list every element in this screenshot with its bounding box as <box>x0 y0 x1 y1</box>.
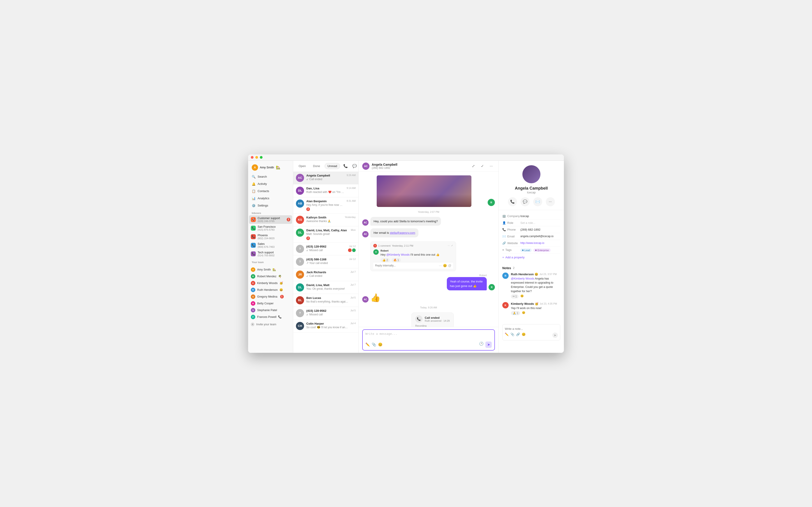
reply-emoji-icon[interactable]: 😊 <box>443 264 447 267</box>
conv-preview-phone-3: ↙ Missed call <box>306 313 348 316</box>
conv-item-phone-1[interactable]: ? (415) 128-9562 ↙ Missed call Jul 12 <box>293 242 359 256</box>
call-card: 📞 Call ended Ruth answered · 14:29 Recor… <box>412 313 454 327</box>
team-item-ruth-henderson[interactable]: R Ruth Henderson 😀 <box>248 286 293 293</box>
tab-open[interactable]: Open <box>296 163 309 169</box>
conv-body-david-lisa-matt: David, Lisa, Matt You: Ok great, thanks … <box>306 283 348 290</box>
note-send-button[interactable]: ➤ <box>552 333 558 338</box>
inbox-phoenix[interactable]: 📞 Phoenix (602) 154-9820 <box>249 232 292 241</box>
format-icon[interactable]: ✏️ <box>365 342 370 347</box>
conv-item-colin-harper[interactable]: CH Colin Harper So cool! 😎 I'll let you … <box>293 320 359 333</box>
note-attach-icon[interactable]: 📎 <box>510 333 514 338</box>
info-value-role[interactable]: Set a role... <box>520 221 560 225</box>
clock-icon[interactable]: 🕐 <box>479 342 484 348</box>
tag-enterprise[interactable]: Enterprise <box>533 248 551 252</box>
info-value-website[interactable]: http://www.icecap.io <box>520 241 560 244</box>
note-emoji-icon[interactable]: 😊 <box>522 333 526 338</box>
conv-item-david-group[interactable]: DL David, Lisa, Matt, Cathy, Alan Matt: … <box>293 226 359 242</box>
note-author-1: Ruth Henderson 😀 <box>511 273 538 276</box>
note-reaction-smile-2[interactable]: 😊 <box>522 311 525 315</box>
team-item-amy-smith[interactable]: A Amy Smith 🏡 <box>248 266 293 273</box>
note-input[interactable] <box>505 327 558 331</box>
send-button[interactable]: ➤ <box>485 342 492 348</box>
sidebar-user[interactable]: A Amy Smith 🏡 <box>248 163 293 173</box>
note-content-1: Ruth Henderson 😀 Jul 23, 3:57 PM @Kimber… <box>511 273 560 298</box>
team-item-betty-cooper[interactable]: B Betty Cooper <box>248 300 293 307</box>
inbox-san-francisco[interactable]: 📞 San Francisco (415) 875-5783 <box>249 224 292 232</box>
check-icon-button[interactable]: ✓ <box>479 163 486 170</box>
reaction-fire[interactable]: 🔥 1 <box>391 258 401 262</box>
detail-chat-button[interactable]: 💬 <box>521 197 530 206</box>
tab-done[interactable]: Done <box>310 163 323 169</box>
more-icon-button[interactable]: ··· <box>488 163 495 170</box>
conv-item-ben-lucas[interactable]: BL Ben Lucas No that's everything, thank… <box>293 294 359 307</box>
tab-unread[interactable]: Unread <box>325 163 340 169</box>
tab-unread-label: Unread <box>327 164 337 168</box>
note-time-1: Jul 23, 3:57 PM <box>540 273 557 276</box>
expand-icon-button[interactable]: ⤢ <box>470 163 477 170</box>
note-link-icon[interactable]: 🔗 <box>516 333 520 338</box>
comment-more-icon[interactable]: ··· <box>448 244 450 247</box>
conv-item-dan-lisa[interactable]: DL Dan, Lisa Ruth reacted with ❤️ on "I'… <box>293 184 359 197</box>
detail-email-button[interactable]: ✉️ <box>533 197 542 206</box>
sidebar-item-settings[interactable]: ⚙️ Settings <box>250 202 291 209</box>
conv-item-phone-2[interactable]: ? (415) 598-1168 ↗ Your call ended Jul 1… <box>293 256 359 268</box>
tag-lead[interactable]: Lead <box>520 248 532 252</box>
reaction-thumbs[interactable]: 👍 2 <box>381 258 390 262</box>
note-reaction-2[interactable]: 🙏 1 <box>511 311 520 315</box>
sidebar-item-contacts[interactable]: 📋 Contacts <box>250 188 291 194</box>
note-format-icon[interactable]: ✏️ <box>505 333 508 338</box>
note-reaction-1[interactable]: •• 1 <box>511 294 519 298</box>
sidebar-item-analytics[interactable]: 📊 Analytics <box>250 195 291 202</box>
emoji-icon[interactable]: 😊 <box>378 342 383 347</box>
plus-icon: + <box>251 323 255 326</box>
conv-item-angela-campbell[interactable]: AC Angela Campbell ↙ Call ended 9:26 AM <box>293 172 359 184</box>
conv-item-phone-3[interactable]: ? (415) 128-9562 ↙ Missed call Jul 5 <box>293 307 359 320</box>
comment-time: Yesterday, 2:11 PM <box>392 244 413 247</box>
note-reaction-smile-1[interactable]: 😊 <box>520 294 524 298</box>
sidebar-item-activity[interactable]: 🔔 Activity <box>250 181 291 187</box>
chat-message-input[interactable] <box>365 332 492 339</box>
conv-time-alan: 8:31 AM <box>347 200 356 202</box>
inbox-name-sales: Sales <box>258 242 290 245</box>
add-property-button[interactable]: + Add a property <box>502 254 560 261</box>
sidebar-nav-analytics-label: Analytics <box>258 196 269 200</box>
detail-phone-button[interactable]: 📞 <box>508 197 517 206</box>
team-item-stephanie-patel[interactable]: S Stephanie Patel <box>248 307 293 314</box>
comment-check-icon[interactable]: ✓ <box>451 244 453 247</box>
conv-item-jack-richards[interactable]: JR Jack Richards ↙ Call ended Jul 7 <box>293 268 359 281</box>
conv-body-phone-3: (415) 128-9562 ↙ Missed call <box>306 309 348 316</box>
chat-icon-button[interactable]: 💬 <box>351 163 358 170</box>
inbox-tech-support[interactable]: 📞 Tech support (514) 705-8002 <box>249 249 292 258</box>
email-link[interactable]: stella@agency.com <box>390 231 415 234</box>
inbox-icon-tech-support: 📞 <box>251 251 256 256</box>
reply-at-icon[interactable]: @ <box>448 264 451 267</box>
reply-input[interactable] <box>375 264 437 267</box>
sidebar-item-search[interactable]: 🔍 Search <box>250 173 291 180</box>
team-avatar-amy: A <box>251 267 255 272</box>
reply-more-icon[interactable]: ··· <box>439 264 442 267</box>
inbox-phone-phoenix: (602) 154-9820 <box>258 237 290 240</box>
team-item-robert-mendez[interactable]: R Robert Mendez 🌴 <box>248 273 293 280</box>
info-row-role: 👤 Role Set a role... <box>502 220 560 226</box>
conv-item-kathryn-smith[interactable]: KS Kathryn Smith Awesome thanks 🙏 Yester… <box>293 214 359 226</box>
sidebar-nav-contacts-label: Contacts <box>258 189 269 193</box>
minimize-dot[interactable] <box>255 156 258 159</box>
close-dot[interactable] <box>251 156 254 159</box>
detail-more-button[interactable]: ··· <box>546 197 555 206</box>
conv-preview-colin: So cool! 😎 I'll let you know if anything… <box>306 326 348 329</box>
inbox-customer-support[interactable]: 🚀 Customer support (628) 246-3765 2 <box>249 215 292 224</box>
conv-item-david-lisa-matt[interactable]: DL David, Lisa, Matt You: Ok great, than… <box>293 281 359 294</box>
attach-icon[interactable]: 📎 <box>372 342 376 347</box>
conv-header-icons: 📞 💬 <box>342 163 358 170</box>
conv-item-alan-benjamin[interactable]: AB Alan Benjamin Hey Amy, if you're free… <box>293 197 359 214</box>
team-avatar-gregory: G <box>251 294 255 299</box>
website-icon: 🔗 <box>502 241 506 245</box>
conv-preview-phone-1: ↙ Missed call <box>306 249 346 252</box>
team-item-frances-powell[interactable]: F Frances Powell 📞 <box>248 314 293 320</box>
phone-icon-button[interactable]: 📞 <box>342 163 349 170</box>
inbox-sales[interactable]: 📞 Sales (800) 676-7463 <box>249 241 292 249</box>
maximize-dot[interactable] <box>260 156 263 159</box>
invite-team-button[interactable]: + Invite your team <box>248 321 293 328</box>
team-item-gregory-medina[interactable]: G Gregory Medina 1 <box>248 293 293 300</box>
team-item-kimberly-woods[interactable]: K Kimberly Woods 🥳 <box>248 280 293 286</box>
